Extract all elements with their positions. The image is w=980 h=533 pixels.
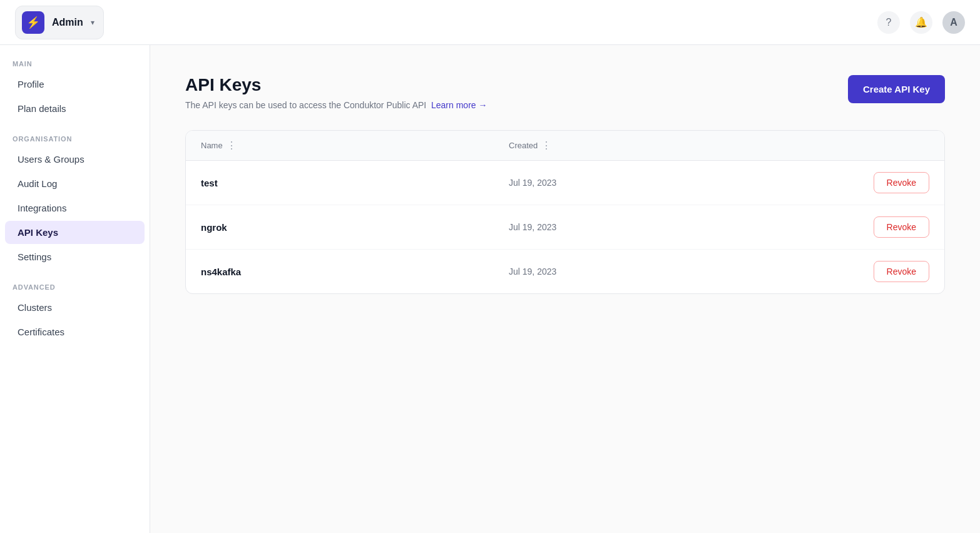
table-header-created-label: Created <box>509 141 538 150</box>
topbar-right: ? 🔔 A <box>877 11 965 34</box>
page-description-text: The API keys can be used to access the C… <box>185 100 426 110</box>
sidebar-section-main-label: MAIN <box>0 60 150 68</box>
bell-icon: 🔔 <box>915 16 927 28</box>
topbar-left: ⚡ Admin ▾ <box>15 6 104 39</box>
sidebar-item-label: Plan details <box>18 103 66 114</box>
sidebar-section-advanced-label: ADVANCED <box>0 283 150 291</box>
api-key-created: Jul 19, 2023 <box>509 222 817 232</box>
sidebar-section-main: MAIN Profile Plan details <box>0 60 150 120</box>
sidebar-item-label: API Keys <box>18 227 58 238</box>
sidebar-item-integrations[interactable]: Integrations <box>5 196 145 220</box>
page-title: API Keys <box>185 75 487 95</box>
sidebar-item-label: Integrations <box>18 203 66 213</box>
api-key-actions: Revoke <box>817 172 929 193</box>
chevron-down-icon: ▾ <box>91 18 94 27</box>
page-header: API Keys The API keys can be used to acc… <box>185 75 945 110</box>
api-key-actions: Revoke <box>817 261 929 282</box>
sidebar-item-label: Certificates <box>18 327 64 337</box>
api-key-actions: Revoke <box>817 216 929 238</box>
sidebar-section-organisation-label: ORGANISATION <box>0 135 150 143</box>
api-keys-table: Name ⋮ Created ⋮ test Jul 19, 2023 Revok… <box>185 130 945 294</box>
created-column-menu-icon[interactable]: ⋮ <box>541 140 551 151</box>
help-button[interactable]: ? <box>877 11 900 34</box>
revoke-button[interactable]: Revoke <box>874 261 929 282</box>
sidebar-item-profile[interactable]: Profile <box>5 73 145 96</box>
sidebar-section-organisation: ORGANISATION Users & Groups Audit Log In… <box>0 135 150 268</box>
topbar: ⚡ Admin ▾ ? 🔔 A <box>0 0 980 45</box>
sidebar-item-settings[interactable]: Settings <box>5 245 145 268</box>
sidebar-item-users-groups[interactable]: Users & Groups <box>5 148 145 171</box>
sidebar-item-label: Profile <box>18 79 44 89</box>
table-header-name-label: Name <box>201 141 223 150</box>
revoke-button[interactable]: Revoke <box>874 216 929 238</box>
api-key-created: Jul 19, 2023 <box>509 266 817 277</box>
api-key-name: ngrok <box>201 222 509 233</box>
table-row: ngrok Jul 19, 2023 Revoke <box>186 205 944 250</box>
sidebar-item-certificates[interactable]: Certificates <box>5 320 145 343</box>
avatar-label: A <box>950 17 957 28</box>
avatar[interactable]: A <box>942 11 965 34</box>
sidebar-item-label: Settings <box>18 251 51 262</box>
page-header-left: API Keys The API keys can be used to acc… <box>185 75 487 110</box>
sidebar-item-label: Clusters <box>18 302 52 313</box>
sidebar-item-clusters[interactable]: Clusters <box>5 296 145 319</box>
notifications-button[interactable]: 🔔 <box>910 11 932 34</box>
workspace-name: Admin <box>52 17 83 28</box>
workspace-logo-icon: ⚡ <box>22 11 44 34</box>
table-header-created: Created ⋮ <box>509 140 817 151</box>
table-row: ns4kafka Jul 19, 2023 Revoke <box>186 250 944 293</box>
name-column-menu-icon[interactable]: ⋮ <box>227 140 237 151</box>
learn-more-link[interactable]: Learn more → <box>431 100 487 110</box>
sidebar-item-label: Users & Groups <box>18 154 84 165</box>
api-key-name: ns4kafka <box>201 266 509 277</box>
question-icon: ? <box>886 17 892 28</box>
table-header: Name ⋮ Created ⋮ <box>186 131 944 161</box>
sidebar: MAIN Profile Plan details ORGANISATION U… <box>0 45 150 533</box>
api-key-name: test <box>201 178 509 188</box>
table-row: test Jul 19, 2023 Revoke <box>186 161 944 205</box>
create-api-key-button[interactable]: Create API Key <box>848 75 945 103</box>
page-description: The API keys can be used to access the C… <box>185 100 487 110</box>
sidebar-item-audit-log[interactable]: Audit Log <box>5 172 145 195</box>
main-layout: MAIN Profile Plan details ORGANISATION U… <box>0 45 980 533</box>
sidebar-item-label: Audit Log <box>18 178 57 189</box>
sidebar-item-plan-details[interactable]: Plan details <box>5 97 145 120</box>
sidebar-section-advanced: ADVANCED Clusters Certificates <box>0 283 150 343</box>
content-area: API Keys The API keys can be used to acc… <box>150 45 980 533</box>
sidebar-item-api-keys[interactable]: API Keys <box>5 221 145 244</box>
api-key-created: Jul 19, 2023 <box>509 178 817 188</box>
table-header-name: Name ⋮ <box>201 140 509 151</box>
workspace-selector[interactable]: ⚡ Admin ▾ <box>15 6 104 39</box>
revoke-button[interactable]: Revoke <box>874 172 929 193</box>
table-header-actions <box>817 140 929 151</box>
